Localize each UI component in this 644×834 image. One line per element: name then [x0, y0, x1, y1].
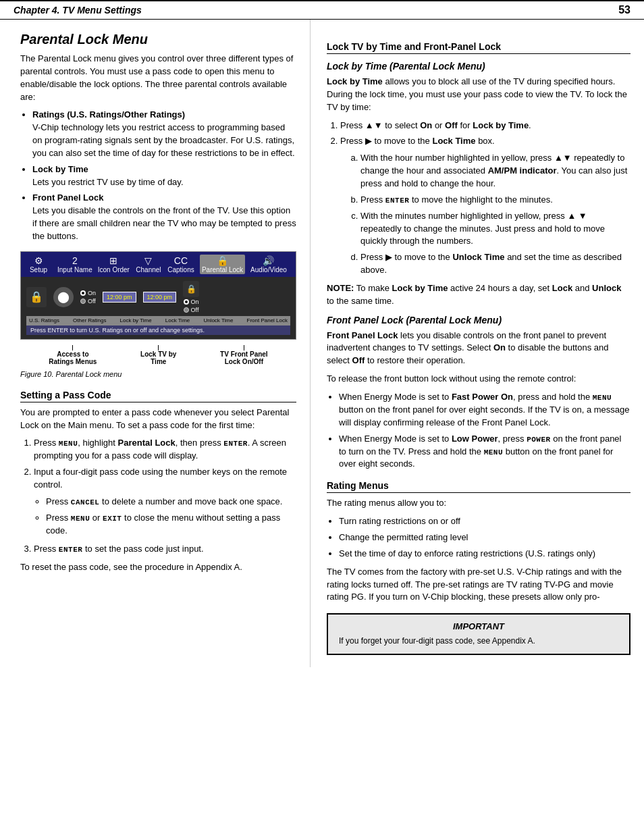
lbt-substeps: With the hour number highlighted in yell… — [360, 152, 630, 277]
lock-time-box: 12:00 pm — [103, 292, 136, 303]
arrow-locktime: Lock TV byTime — [140, 345, 176, 365]
bullet-text-locktime: Lets you restrict TV use by time of day. — [32, 177, 184, 187]
tv-menu-channel: ▽ Channel — [135, 255, 162, 273]
tv-labels-row: U.S. Ratings Other Ratings Lock by Time … — [26, 316, 290, 325]
tv-menu-iconorder: ⊞ Icon Order — [98, 255, 130, 273]
lock-by-time-control: On Off — [80, 290, 96, 305]
channel-icon: ▽ — [135, 255, 162, 266]
audiovideo-icon: 🔊 — [250, 255, 287, 266]
rating-menus-title: Rating Menus — [327, 480, 630, 493]
step-2-bullets: Press CANCEL to delete a number and move… — [46, 496, 296, 538]
off-option: Off — [80, 298, 96, 305]
menu-btn-3: MENU — [593, 394, 612, 402]
tv-menu-audiovideo: 🔊 Audio/Video — [250, 255, 287, 273]
iconorder-icon: ⊞ — [98, 255, 130, 266]
captions-icon: CC — [167, 255, 194, 266]
front-panel-lock-subtitle: Front Panel Lock (Parental Lock Menu) — [327, 315, 630, 325]
left-column: Parental Lock Menu The Parental Lock men… — [0, 20, 311, 667]
important-text: If you forget your four-digit pass code,… — [339, 635, 618, 647]
tv-menu-parentallock: 🔒 Parental Lock — [200, 255, 245, 274]
parental-controls-list: Ratings (U.S. Ratings/Other Ratings) V-C… — [32, 109, 296, 242]
rm-bullet-1: Turn rating restrictions on or off — [339, 515, 630, 528]
enter-btn-3: ENTER — [385, 197, 410, 205]
menu-btn-1: MENU — [59, 440, 78, 448]
enter-btn-2: ENTER — [59, 546, 83, 554]
arrow-line-2 — [158, 345, 159, 350]
rating-menus-bullets: Turn rating restrictions on or off Chang… — [339, 515, 630, 561]
rm-bullet-3: Set the time of day to enforce rating re… — [339, 548, 630, 561]
arrow-frontpanel: TV Front PanelLock On/Off — [220, 345, 268, 365]
exit-btn: EXIT — [103, 515, 122, 523]
right-column: Lock TV by Time and Front-Panel Lock Loc… — [311, 20, 644, 667]
label-us-ratings: U.S. Ratings — [29, 317, 59, 323]
lbt-step-2b: Press ENTER to move the highlight to the… — [360, 194, 630, 207]
power-btn: POWER — [527, 436, 551, 444]
pass-code-intro: You are prompted to enter a pass code wh… — [20, 407, 296, 432]
important-title: IMPORTANT — [339, 621, 618, 631]
lock-by-time-bold: Lock by Time — [327, 76, 383, 86]
on-option: On — [80, 290, 96, 296]
front-panel-lock-intro: Front Panel Lock lets you disable contro… — [327, 330, 630, 368]
main-content: Parental Lock Menu The Parental Lock men… — [0, 20, 644, 667]
lock-tv-section-title: Lock TV by Time and Front-Panel Lock — [327, 41, 630, 54]
bullet-label-ratings: Ratings (U.S. Ratings/Other Ratings) — [32, 109, 185, 120]
tv-menu-captions: CC Captions — [167, 255, 194, 273]
intro-paragraph: The Parental Lock menu gives you control… — [20, 53, 296, 103]
arrow-label-frontpanel: TV Front PanelLock On/Off — [220, 350, 268, 365]
unlock-time-box: 12:00 pm — [143, 292, 177, 303]
tv-menu-inputname: 2 Input Name — [57, 255, 92, 273]
tv-menu-bar: ⚙ Setup 2 Input Name ⊞ Icon Order ▽ Chan… — [21, 252, 296, 277]
menu-btn-4: MENU — [484, 448, 503, 457]
menu-btn-2: MENU — [71, 515, 90, 523]
lock-by-time-subtitle: Lock by Time (Parental Lock Menu) — [327, 61, 630, 72]
list-item: Ratings (U.S. Ratings/Other Ratings) V-C… — [32, 109, 296, 159]
tv-status-bar: Press ENTER to turn U.S. Ratings on or o… — [26, 325, 290, 335]
step-3: Press ENTER to set the pass code just in… — [34, 543, 296, 556]
main-title: Parental Lock Menu — [20, 32, 296, 47]
front-panel-release-text: To release the front button lock without… — [327, 373, 630, 386]
reset-note: To reset the pass code, see the procedur… — [20, 561, 296, 574]
inputname-icon: 2 — [57, 255, 92, 266]
lbt-step-2d: Press ▶ to move to the Unlock Time and s… — [360, 251, 630, 277]
arrow-line-1 — [72, 345, 73, 350]
list-item: Front Panel Lock Lets you disable the co… — [32, 192, 296, 242]
arrow-line-3 — [244, 345, 244, 350]
list-item: Lock by Time Lets you restrict TV use by… — [32, 163, 296, 189]
setup-icon: ⚙ — [25, 255, 52, 266]
arrow-label-ratings: Access toRatings Menus — [49, 350, 97, 365]
front-panel-lock-bullets: When Energy Mode is set to Fast Power On… — [339, 391, 630, 471]
bullet-label-locktime: Lock by Time — [32, 164, 88, 174]
us-ratings-icon: 🔒 — [26, 287, 47, 307]
label-front-panel-lock: Front Panel Lock — [247, 317, 288, 323]
fp-on-option: On — [184, 298, 199, 305]
frontpanel-icon: 🔒 — [183, 281, 199, 297]
fp-off-radio — [184, 307, 189, 313]
bullet-text-ratings: V-Chip technology lets you restrict acce… — [32, 122, 295, 158]
cancel-btn: CANCEL — [71, 498, 100, 506]
step-1: Press MENU, highlight Parental Lock, the… — [34, 437, 296, 463]
figure-arrows: Access toRatings Menus Lock TV byTime TV… — [20, 344, 296, 367]
tv-menu-figure: ⚙ Setup 2 Input Name ⊞ Icon Order ▽ Chan… — [20, 251, 296, 340]
pass-code-steps: Press MENU, highlight Parental Lock, the… — [34, 437, 296, 555]
rating-menus-body: The TV comes from the factory with pre-s… — [327, 566, 630, 604]
fpl-bold: Front Panel Lock — [327, 330, 398, 340]
front-panel-lock-control: 🔒 On Off — [183, 281, 199, 313]
page-header: Chapter 4. TV Menu Settings 53 — [0, 0, 644, 20]
bullet-label-frontpanel: Front Panel Lock — [32, 192, 103, 203]
bullet-text-frontpanel: Lets you disable the controls on the fro… — [32, 205, 296, 241]
label-other-ratings: Other Ratings — [73, 317, 106, 323]
lock-by-time-intro: Lock by Time allows you to block all use… — [327, 76, 630, 114]
arrow-label-locktime: Lock TV byTime — [140, 350, 176, 365]
on-radio — [80, 290, 86, 296]
setting-pass-code-title: Setting a Pass Code — [20, 390, 296, 402]
enter-btn-1: ENTER — [223, 440, 248, 448]
fp-off-option: Off — [184, 307, 199, 313]
tv-menu-setup: ⚙ Setup — [25, 255, 52, 273]
lbt-step-2c: With the minutes number highlighted in y… — [360, 210, 630, 249]
step-2a: Press CANCEL to delete a number and move… — [46, 496, 296, 509]
step-2: Input a four-digit pass code using the n… — [34, 466, 296, 537]
label-lock-time: Lock Time — [165, 317, 190, 323]
fpl-bullet-1: When Energy Mode is set to Fast Power On… — [339, 391, 630, 429]
chapter-title: Chapter 4. TV Menu Settings — [14, 5, 142, 16]
off-radio — [80, 298, 86, 304]
